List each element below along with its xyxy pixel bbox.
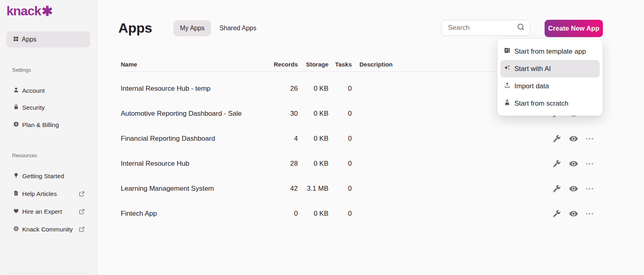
menu-item-import-data[interactable]: Import data — [500, 77, 600, 95]
table-row[interactable]: Fintech App 0 0 KB 0 — [118, 201, 603, 226]
sidebar-section-resources: Resources — [12, 152, 37, 159]
app-records: 30 — [262, 110, 298, 118]
sidebar-item-getting-started[interactable]: Getting Started — [6, 167, 90, 185]
row-actions — [456, 209, 603, 219]
sidebar-item-help-articles[interactable]: Help Articles — [6, 185, 90, 203]
sidebar-item-hire-an-expert[interactable]: Hire an Expert — [6, 203, 90, 221]
row-actions — [456, 134, 603, 144]
menu-item-label: Start with AI — [514, 65, 551, 73]
flask-icon — [504, 99, 510, 108]
column-header-description[interactable]: Description — [352, 61, 456, 68]
menu-item-start-with-ai[interactable]: Start with AI — [500, 60, 600, 77]
logo-asterisk-icon: ✱ — [42, 3, 53, 19]
knack-logo[interactable]: knack✱ — [6, 3, 53, 19]
app-records: 26 — [262, 85, 298, 93]
app-storage: 3.1 MB — [298, 185, 328, 193]
menu-item-label: Start from template app — [514, 48, 586, 56]
app-storage: 0 KB — [298, 110, 328, 118]
external-link-icon — [79, 191, 85, 198]
menu-item-start-from-scratch[interactable]: Start from scratch — [500, 95, 600, 112]
sidebar-item-label: Getting Started — [22, 173, 64, 180]
eye-icon[interactable] — [569, 134, 578, 144]
sidebar-item-label: Security — [22, 104, 45, 111]
sidebar: knack✱ Apps Settings Account Security $ … — [0, 0, 97, 275]
app-name[interactable]: Internal Resource Hub — [118, 160, 262, 168]
document-icon — [13, 190, 19, 198]
external-link-icon — [79, 209, 85, 216]
sidebar-item-apps[interactable]: Apps — [6, 31, 90, 48]
wrench-icon[interactable] — [552, 209, 561, 219]
app-storage: 0 KB — [298, 160, 328, 168]
table-row[interactable]: Internal Resource Hub 28 0 KB 0 — [118, 151, 603, 176]
tab-my-apps[interactable]: My Apps — [173, 20, 211, 36]
menu-item-label: Start from scratch — [514, 100, 568, 108]
sidebar-item-knack-community[interactable]: Knack Community — [6, 221, 90, 238]
app-tasks: 0 — [328, 185, 352, 193]
template-app-icon — [504, 47, 510, 56]
app-storage: 0 KB — [298, 85, 328, 93]
eye-icon[interactable] — [569, 184, 578, 194]
app-storage: 0 KB — [298, 210, 328, 218]
search-input[interactable] — [442, 24, 517, 32]
sidebar-item-label: Knack Community — [22, 226, 73, 233]
app-records: 42 — [262, 185, 298, 193]
column-header-tasks[interactable]: Tasks — [328, 61, 352, 68]
search-box — [441, 20, 530, 36]
column-header-storage[interactable]: Storage — [298, 61, 328, 68]
app-name[interactable]: Automotive Reporting Dashboard - Sale — [118, 110, 262, 118]
wrench-icon[interactable] — [552, 159, 561, 169]
sidebar-item-plan-billing[interactable]: $ Plan & Billing — [6, 116, 90, 134]
sidebar-item-label: Hire an Expert — [22, 208, 62, 215]
page-title: Apps — [118, 20, 152, 35]
app-name[interactable]: Internal Resource Hub - temp — [118, 85, 262, 93]
create-new-app-button[interactable]: Create New App — [545, 20, 603, 37]
logo-text: knack — [6, 4, 41, 19]
app-name[interactable]: Fintech App — [118, 210, 262, 218]
sidebar-item-security[interactable]: Security — [6, 99, 90, 117]
app-tasks: 0 — [328, 160, 352, 168]
app-records: 0 — [262, 210, 298, 218]
ellipsis-icon[interactable] — [586, 159, 594, 169]
knack-app: knack✱ Apps Settings Account Security $ … — [0, 0, 644, 275]
sidebar-item-label: Apps — [22, 36, 36, 43]
sidebar-item-account[interactable]: Account — [6, 82, 90, 100]
lock-icon — [13, 104, 19, 111]
app-name[interactable]: Financial Reporting Dashboard — [118, 135, 262, 143]
ellipsis-icon[interactable] — [586, 209, 594, 219]
app-tasks: 0 — [328, 85, 352, 93]
search-icon — [517, 23, 525, 33]
app-storage: 0 KB — [298, 135, 328, 143]
ellipsis-icon[interactable] — [586, 184, 594, 194]
table-row[interactable]: Learning Management System 42 3.1 MB 0 — [118, 176, 603, 201]
heart-icon — [13, 208, 19, 215]
sidebar-item-label: Help Articles — [22, 190, 57, 198]
create-app-menu: Start from template app Start with AI Im… — [497, 39, 603, 116]
ellipsis-icon[interactable] — [586, 134, 594, 144]
app-tasks: 0 — [328, 135, 352, 143]
app-records: 28 — [262, 160, 298, 168]
lightbulb-icon — [13, 173, 19, 180]
menu-item-start-from-template-app[interactable]: Start from template app — [500, 43, 600, 60]
row-actions — [456, 184, 603, 194]
sidebar-divider — [6, 273, 89, 273]
svg-text:$: $ — [15, 122, 17, 126]
column-header-records[interactable]: Records — [262, 61, 298, 68]
globe-icon — [13, 226, 19, 233]
table-row[interactable]: Financial Reporting Dashboard 4 0 KB 0 — [118, 126, 603, 151]
wrench-icon[interactable] — [552, 184, 561, 194]
dollar-circle-icon: $ — [13, 121, 19, 129]
app-name[interactable]: Learning Management System — [118, 185, 262, 193]
eye-icon[interactable] — [569, 209, 578, 219]
wrench-icon[interactable] — [552, 134, 561, 144]
row-actions — [456, 159, 603, 169]
tab-shared-apps[interactable]: Shared Apps — [213, 20, 263, 36]
app-tasks: 0 — [328, 210, 352, 218]
sidebar-item-label: Plan & Billing — [22, 121, 59, 129]
column-header-name[interactable]: Name — [118, 61, 262, 68]
upload-icon — [504, 82, 510, 90]
eye-icon[interactable] — [569, 159, 578, 169]
menu-item-label: Import data — [514, 82, 549, 90]
apps-tabs: My Apps Shared Apps — [173, 20, 263, 36]
sparkles-icon — [504, 65, 510, 73]
app-records: 4 — [262, 135, 298, 143]
